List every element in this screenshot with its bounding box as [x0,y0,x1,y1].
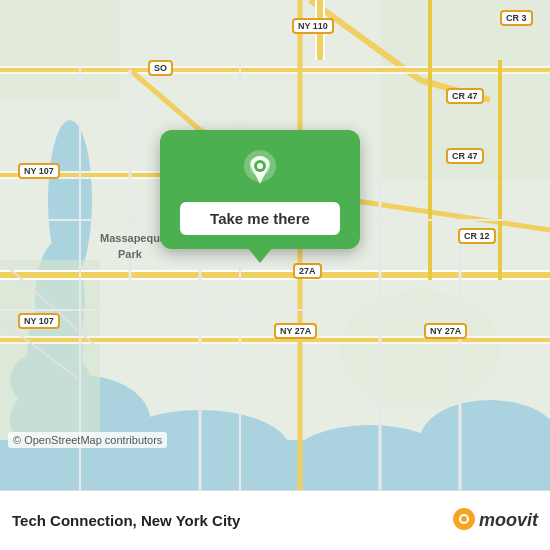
highway-badge-ny27a-2: NY 27A [424,323,467,339]
highway-badge-ny107-1: NY 107 [18,163,60,179]
moovit-logo: moovit [453,508,538,534]
city-label-massapequa: Massapequa [100,232,166,244]
svg-point-13 [340,290,500,410]
highway-badge-ny107-2: NY 107 [18,313,60,329]
osm-attribution: © OpenStreetMap contributors [8,432,167,448]
take-me-there-button[interactable]: Take me there [180,202,340,235]
moovit-brand-text: moovit [479,510,538,531]
map-container: Massapequa Park NY 110 CR 3 CR 47 CR 47 … [0,0,550,490]
svg-point-51 [257,163,263,169]
svg-point-54 [461,516,467,522]
highway-badge-ny27a-1: NY 27A [274,323,317,339]
highway-badge-so: SO [148,60,173,76]
highway-badge-cr47-2: CR 47 [446,148,484,164]
city-label-park: Park [118,248,142,260]
highway-badge-cr3: CR 3 [500,10,533,26]
location-pin-icon [238,148,282,192]
location-name: Tech Connection, [12,512,137,529]
bottom-bar: Tech Connection, New York City moovit [0,490,550,550]
svg-rect-12 [0,260,100,440]
moovit-pin-icon [453,508,475,534]
location-city: New York City [141,512,240,529]
highway-badge-27a: 27A [293,263,322,279]
svg-rect-10 [0,0,120,100]
location-title: Tech Connection, New York City [12,512,453,529]
highway-badge-ny110: NY 110 [292,18,334,34]
highway-badge-cr47-1: CR 47 [446,88,484,104]
popup-card: Take me there [160,130,360,249]
highway-badge-cr12: CR 12 [458,228,496,244]
